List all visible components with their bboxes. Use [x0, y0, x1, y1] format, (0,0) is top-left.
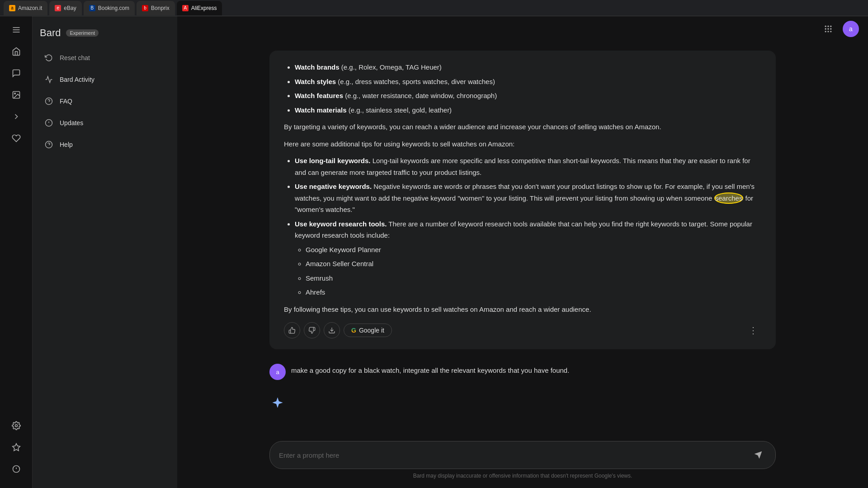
- browser-tabs: a Amazon.it e eBay B Booking.com b Bonpr…: [4, 1, 222, 15]
- tab-ebay-label: eBay: [64, 5, 76, 11]
- tab-aliexpress[interactable]: A AliExpress: [177, 1, 222, 15]
- thumbs-up-button[interactable]: [284, 322, 300, 338]
- home-icon[interactable]: [6, 42, 26, 61]
- amazon-favicon: a: [9, 5, 15, 11]
- input-area: Bard may display inaccurate or offensive…: [251, 434, 794, 488]
- ali-favicon: A: [182, 5, 189, 11]
- arrow-right-icon[interactable]: [6, 107, 26, 127]
- tab-booking-label: Booking.com: [98, 5, 129, 11]
- faq-label: FAQ: [60, 98, 72, 105]
- disclaimer-text: Bard may display inaccurate or offensive…: [269, 469, 776, 484]
- tab-amazon[interactable]: a Amazon.it: [4, 1, 47, 15]
- reset-chat-label: Reset chat: [60, 54, 90, 61]
- svg-point-17: [825, 26, 826, 27]
- list-item-long-tail: Use long-tail keywords. Long-tail keywor…: [295, 155, 761, 178]
- chat-icon[interactable]: [6, 63, 26, 83]
- svg-point-25: [830, 31, 831, 32]
- bard-message: Watch brands (e.g., Rolex, Omega, TAG He…: [284, 61, 761, 315]
- bard-response-block: Watch brands (e.g., Rolex, Omega, TAG He…: [269, 51, 776, 349]
- tab-bonprix-label: Bonprix: [151, 5, 170, 11]
- svg-marker-6: [12, 444, 20, 451]
- svg-point-21: [827, 28, 829, 29]
- tab-amazon-label: Amazon.it: [18, 5, 42, 11]
- svg-point-19: [830, 26, 831, 27]
- send-button[interactable]: [750, 447, 766, 463]
- bard-logo: Bard: [40, 27, 61, 39]
- help-icon: [43, 139, 54, 150]
- browser-bar: a Amazon.it e eBay B Booking.com b Bonpr…: [0, 0, 868, 16]
- tool-item: Semrush: [306, 272, 761, 284]
- reset-icon: [43, 52, 54, 63]
- svg-marker-28: [755, 451, 762, 459]
- tool-item: Google Keyword Planner: [306, 244, 761, 256]
- ebay-favicon: e: [55, 5, 61, 11]
- list-item: Watch styles (e.g., dress watches, sport…: [295, 76, 761, 88]
- apps-icon[interactable]: [819, 20, 837, 38]
- prompt-input[interactable]: [279, 451, 745, 459]
- sidebar-item-bard-activity[interactable]: Bard Activity: [36, 70, 174, 89]
- paragraph-1: By targeting a variety of keywords, you …: [284, 121, 761, 133]
- list-item-negative: Use negative keywords. Negative keywords…: [295, 181, 761, 216]
- bard-loading-icon: [269, 394, 286, 411]
- paragraph-3: By following these tips, you can use key…: [284, 304, 761, 315]
- updates-label: Updates: [60, 119, 83, 127]
- bard-loading: [269, 387, 776, 418]
- action-bar: G Google it ⋮: [284, 322, 761, 338]
- tool-item: Ahrefs: [306, 286, 761, 298]
- list-item: Watch features (e.g., water resistance, …: [295, 90, 761, 102]
- svg-point-22: [830, 28, 831, 29]
- list-item: Watch brands (e.g., Rolex, Omega, TAG He…: [295, 61, 761, 73]
- bonprix-favicon: b: [142, 5, 148, 11]
- nav-panel: Bard Experiment Reset chat Bard Activity: [33, 16, 177, 488]
- sidebar: [0, 16, 33, 488]
- more-options-button[interactable]: ⋮: [745, 322, 761, 338]
- list-item: Watch materials (e.g., stainless steel, …: [295, 104, 761, 116]
- nav-header: Bard Experiment: [33, 23, 177, 46]
- booking-favicon: B: [89, 5, 95, 11]
- tab-bonprix[interactable]: b Bonprix: [137, 1, 175, 15]
- svg-point-20: [825, 28, 826, 29]
- google-it-label: Google it: [359, 327, 384, 334]
- faq-icon: [43, 96, 54, 107]
- user-message: a make a good copy for a black watch, in…: [269, 357, 776, 387]
- paragraph-2: Here are some additional tips for using …: [284, 138, 761, 150]
- main-content: a Watch brands (e.g., Rolex, Omega, TAG …: [177, 16, 868, 488]
- sidebar-item-faq[interactable]: FAQ: [36, 91, 174, 111]
- thumbs-down-button[interactable]: [304, 322, 320, 338]
- input-box: [269, 441, 776, 469]
- tab-booking[interactable]: B Booking.com: [84, 1, 135, 15]
- reset-chat-button[interactable]: Reset chat: [36, 48, 174, 68]
- experiment-badge: Experiment: [66, 29, 99, 37]
- top-bar: a: [177, 16, 868, 42]
- heart-icon[interactable]: [6, 128, 26, 148]
- app-container: Bard Experiment Reset chat Bard Activity: [0, 16, 868, 488]
- help-label: Help: [60, 141, 73, 148]
- google-g-icon: G: [351, 327, 356, 334]
- svg-point-23: [825, 31, 826, 32]
- star-icon[interactable]: [6, 437, 26, 457]
- user-avatar[interactable]: a: [843, 21, 859, 37]
- bard-activity-label: Bard Activity: [60, 76, 94, 83]
- svg-point-4: [14, 93, 15, 94]
- activity-icon: [43, 74, 54, 85]
- sidebar-item-help[interactable]: Help: [36, 135, 174, 155]
- svg-point-5: [15, 425, 17, 427]
- user-avatar-small: a: [269, 364, 286, 380]
- tool-item: Amazon Seller Central: [306, 258, 761, 270]
- chat-area: Watch brands (e.g., Rolex, Omega, TAG He…: [251, 42, 794, 434]
- menu-icon[interactable]: [6, 20, 26, 40]
- user-message-text: make a good copy for a black watch, inte…: [291, 364, 569, 374]
- image-icon[interactable]: [6, 85, 26, 105]
- google-it-button[interactable]: G Google it: [344, 324, 392, 337]
- circle-icon[interactable]: [6, 459, 26, 479]
- download-button[interactable]: [324, 322, 340, 338]
- svg-point-18: [827, 26, 829, 27]
- svg-point-24: [827, 31, 829, 32]
- updates-icon: [43, 117, 54, 128]
- sidebar-item-updates[interactable]: Updates: [36, 113, 174, 133]
- tab-ebay[interactable]: e eBay: [49, 1, 81, 15]
- list-item-tools: Use keyword research tools. There are a …: [295, 218, 761, 298]
- highlighted-text: searches: [714, 192, 744, 204]
- settings-icon[interactable]: [6, 416, 26, 436]
- tab-ali-label: AliExpress: [191, 5, 217, 11]
